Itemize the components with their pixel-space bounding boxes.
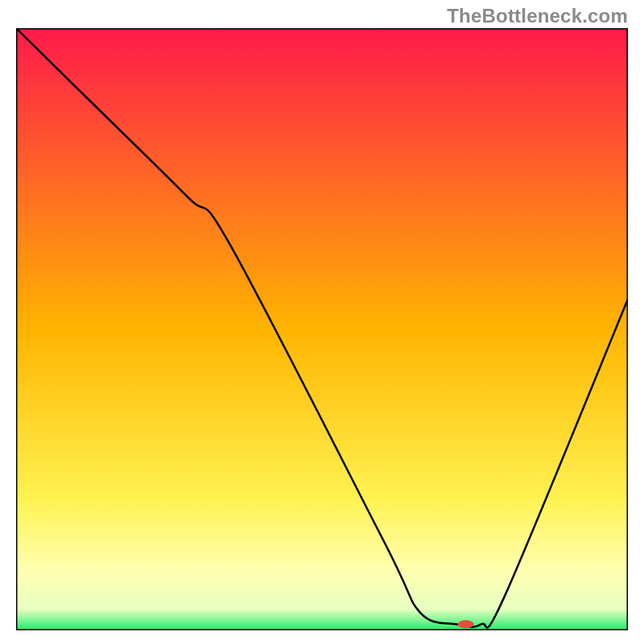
bottleneck-chart	[16, 28, 628, 630]
watermark-text: TheBottleneck.com	[447, 5, 628, 27]
chart-frame: TheBottleneck.com	[0, 0, 644, 644]
optimal-point-marker	[458, 621, 474, 629]
plot-area	[16, 28, 628, 630]
